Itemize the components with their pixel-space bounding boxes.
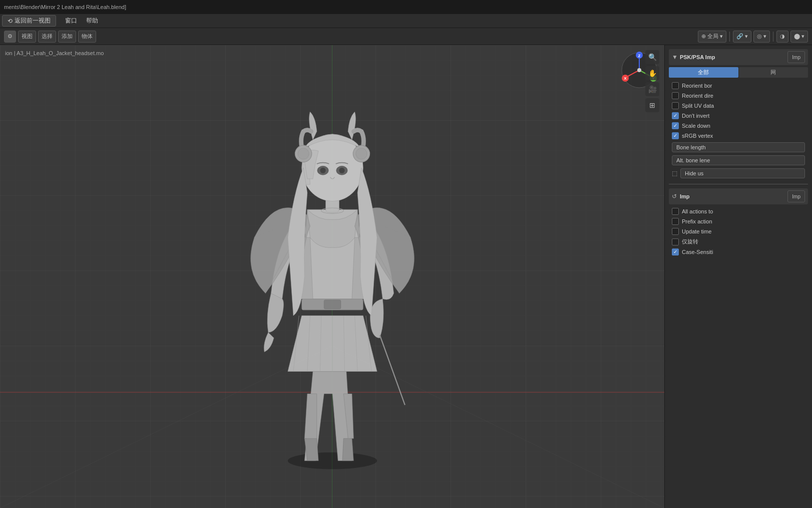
model-container [0,45,664,508]
proportional-icon: ◎ [757,33,762,40]
object-menu[interactable]: 物体 [78,31,96,43]
hide-us-row: ⬚ Hide us [669,167,808,180]
return-icon: ⟲ [8,18,13,25]
reorient-dir-row: Reorient dire [669,91,808,101]
tab-row: 全部 网 [669,67,808,78]
svg-point-7 [287,452,376,469]
svg-line-32 [379,335,404,405]
hide-us-btn[interactable]: Hide us [680,168,805,178]
scale-down-row: Scale down [669,121,808,131]
scale-down-cb[interactable] [672,122,679,129]
proportional-dropdown: ▾ [763,33,766,40]
menu-window[interactable]: 窗口 [61,16,81,26]
hide-us-icon: ⬚ [672,170,677,177]
return-btn[interactable]: ⟲ 返回前一视图 [2,15,56,27]
toolbar-mode-icon: ⚙ [8,33,13,40]
top-toolbar: ⚙ 视图 选择 添加 物体 ⊕ 全局 ▾ 🔗 ▾ ◎ ▾ ◑ ⬤ ▾ [0,28,812,45]
overlay-btn[interactable]: ◑ [776,31,788,43]
rotate-only-label: 仅旋转 [682,238,698,245]
snap-icon: 🔗 [736,33,743,40]
psk-psa-section: ▼ PSK/PSA Imp Imp 全部 网 Reorient bor Reor… [669,49,808,180]
title-text: ments\Blender\Mirror 2 Leah and Rita\Lea… [4,4,126,10]
shading-btn[interactable]: ⬤ ▾ [790,31,808,43]
psk-import-btn[interactable]: Imp [787,51,805,63]
shading-icon: ⬤ [794,33,800,40]
reorient-dir-cb[interactable] [672,92,679,99]
viewport[interactable]: ion | A3_H_Leah_O_Jacket_headset.mo [0,45,664,508]
prefix-action-row: Prefix action [669,216,808,226]
reorient-bones-cb[interactable] [672,82,679,89]
svg-text:X: X [624,76,627,81]
snap-btn[interactable]: 🔗 ▾ [733,31,751,43]
svg-rect-16 [324,300,340,309]
imp-title: Imp [680,193,784,199]
right-panel: ▼ PSK/PSA Imp Imp 全部 网 Reorient bor Reor… [664,45,812,508]
svg-point-43 [637,68,641,72]
overlay-icon: ◑ [780,33,785,40]
toolbar-mode-btn[interactable]: ⚙ [4,31,16,43]
tab-mesh[interactable]: 网 [739,67,808,78]
collapse-icon: ▼ [672,54,678,61]
update-time-cb[interactable] [672,228,679,235]
dont-invert-cb[interactable] [672,112,679,119]
alt-bone-len-btn[interactable]: Alt. bone lene [672,155,805,165]
dont-invert-row: Don't invert [669,111,808,121]
svg-point-30 [320,168,325,173]
case-sensitive-row: Case-Sensiti [669,247,808,257]
split-uv-cb[interactable] [672,102,679,109]
pan-btn[interactable]: ✋ [645,66,659,80]
return-label: 返回前一视图 [15,17,51,25]
pivot-label: 全局 [707,33,718,40]
prefix-action-cb[interactable] [672,218,679,225]
character-model [195,81,470,472]
pivot-icon: ⊕ [701,33,706,40]
split-uv-label: Split UV data [682,103,714,109]
shading-dropdown: ▾ [801,33,804,40]
menu-help[interactable]: 帮助 [82,16,102,26]
menu-bar: ⟲ 返回前一视图 窗口 帮助 [0,14,812,28]
srgb-vertex-row: sRGB vertex [669,131,808,141]
rotate-only-row: 仅旋转 [669,236,808,247]
bone-length-btn[interactable]: Bone length [672,142,805,152]
prefix-action-label: Prefix action [682,218,712,224]
reorient-bones-label: Reorient bor [682,83,712,89]
update-time-row: Update time [669,226,808,236]
add-menu[interactable]: 添加 [58,31,76,43]
update-time-label: Update time [682,228,711,234]
bone-length-row: Bone length [669,141,808,154]
scale-down-label: Scale down [682,123,710,129]
proportional-btn[interactable]: ◎ ▾ [753,31,770,43]
imp-section: ↺ Imp Imp All actions to Prefix action U… [669,188,808,257]
imp-btn[interactable]: Imp [787,190,805,202]
tab-all[interactable]: 全部 [669,67,738,78]
psk-psa-header[interactable]: ▼ PSK/PSA Imp Imp [669,49,808,65]
title-bar: ments\Blender\Mirror 2 Leah and Rita\Lea… [0,0,812,14]
viewport-right-icons: 🔍 ✋ 🎥 ⊞ [645,50,659,112]
case-sensitive-cb[interactable] [672,248,679,256]
zoom-btn[interactable]: 🔍 [645,50,659,64]
srgb-vertex-label: sRGB vertex [682,133,713,139]
psk-psa-title: PSK/PSA Imp [680,54,715,60]
grid-btn[interactable]: ⊞ [645,98,659,112]
alt-bone-len-row: Alt. bone lene [669,154,808,167]
all-actions-cb[interactable] [672,208,679,215]
all-actions-row: All actions to [669,206,808,216]
select-menu[interactable]: 选择 [38,31,56,43]
svg-point-25 [297,148,308,159]
reorient-bones-row: Reorient bor [669,81,808,91]
rotate-only-cb[interactable] [672,238,679,245]
imp-header[interactable]: ↺ Imp Imp [669,188,808,204]
view-menu[interactable]: 视图 [18,31,36,43]
all-actions-label: All actions to [682,208,713,214]
svg-point-27 [355,148,366,159]
camera-btn[interactable]: 🎥 [645,82,659,96]
dont-invert-label: Don't invert [682,113,709,119]
case-sensitive-label: Case-Sensiti [682,249,713,255]
section-divider [669,184,808,184]
imp-icon: ↺ [672,193,677,200]
pivot-btn[interactable]: ⊕ 全局 ▾ [698,31,726,43]
split-uv-row: Split UV data [669,101,808,111]
srgb-vertex-cb[interactable] [672,132,679,139]
snap-dropdown: ▾ [745,33,748,40]
svg-text:Z: Z [638,54,641,58]
